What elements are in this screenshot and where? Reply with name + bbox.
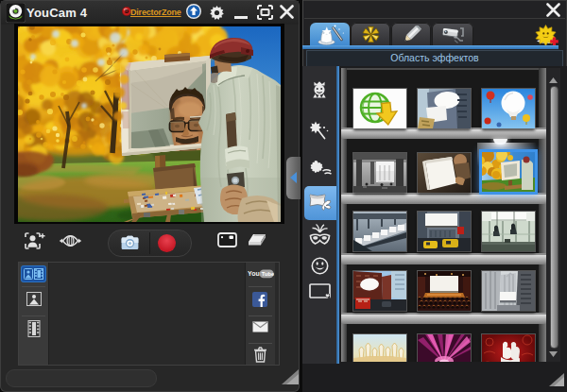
- svg-text:Tube: Tube: [262, 271, 274, 277]
- svg-text:You: You: [248, 270, 260, 277]
